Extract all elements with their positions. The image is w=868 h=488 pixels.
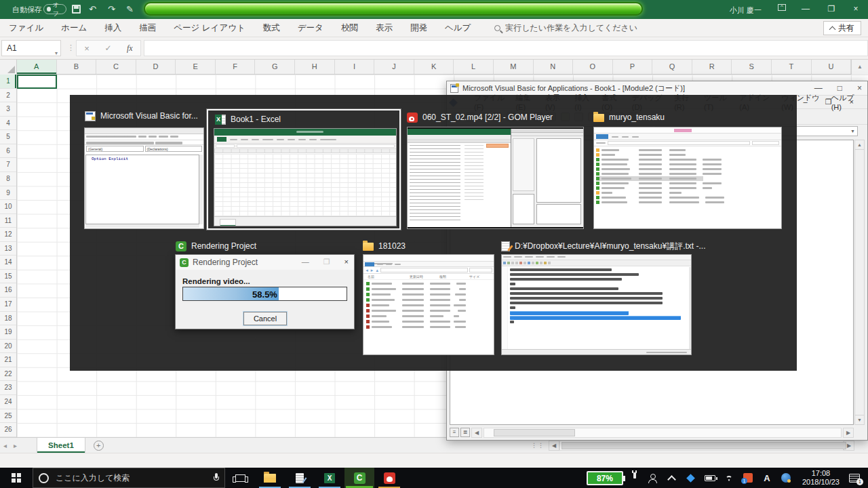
vba-maximize-button[interactable]: □	[837, 83, 842, 93]
excel-horizontal-scrollbar[interactable]: ⋮⋮ ◀ ▶	[531, 440, 854, 451]
taskbar-camtasia-active[interactable]: C	[344, 468, 374, 488]
ribbon-tab[interactable]: ページ レイアウト	[165, 19, 254, 37]
start-button[interactable]	[0, 468, 33, 488]
taskbar-search[interactable]: ここに入力して検索	[33, 468, 225, 488]
column-header[interactable]: C	[96, 60, 136, 74]
minimize-button[interactable]: —	[799, 4, 812, 14]
row-header[interactable]: 16	[0, 283, 16, 298]
thumbnail-181023[interactable]: ◄ ► ▲ 名前 更新日時 種類 サイズ	[363, 254, 494, 355]
select-all-corner[interactable]	[0, 60, 17, 75]
scroll-up-button[interactable]: ▲	[851, 60, 868, 75]
row-header[interactable]: 3	[0, 102, 16, 117]
touch-mode-icon[interactable]: ✎	[126, 4, 134, 14]
account-name[interactable]: 小川 慶一	[730, 5, 762, 16]
row-header[interactable]: 23	[0, 381, 16, 395]
row-header[interactable]: 8	[0, 172, 16, 186]
column-header[interactable]: J	[374, 60, 414, 74]
row-header[interactable]: 18	[0, 312, 16, 326]
row-header[interactable]: 22	[0, 367, 16, 382]
taskbar-notepad[interactable]	[285, 468, 315, 488]
procedure-view-icon[interactable]: ≡	[450, 428, 459, 437]
undo-icon[interactable]: ↶	[89, 4, 96, 14]
name-box[interactable]: A1▾	[1, 40, 61, 56]
column-header[interactable]: E	[176, 60, 216, 74]
tray-globe-button[interactable]	[776, 473, 795, 483]
row-header[interactable]: 6	[0, 144, 16, 159]
row-header[interactable]: 4	[0, 117, 16, 131]
taskbar-excel[interactable]: X	[315, 468, 344, 488]
dialog-minimize-icon[interactable]: —	[302, 258, 309, 266]
taskbar-gom-player[interactable]	[374, 468, 404, 488]
column-header[interactable]: G	[255, 60, 295, 74]
ribbon-tab[interactable]: ホーム	[52, 19, 96, 37]
sheet-nav-left-icon[interactable]: ◂	[0, 442, 10, 449]
row-header[interactable]: 5	[0, 130, 16, 144]
action-center-button[interactable]: 1	[849, 474, 860, 483]
row-header[interactable]: 24	[0, 395, 16, 409]
autosave-toggle[interactable]: オフ	[43, 4, 66, 14]
sheet-nav-right-icon[interactable]: ▸	[10, 442, 20, 449]
column-header[interactable]: L	[454, 60, 494, 74]
scroll-right-icon[interactable]: ▶	[843, 428, 854, 438]
show-hidden-icons-button[interactable]	[663, 474, 682, 483]
column-header[interactable]: S	[732, 60, 772, 74]
row-header[interactable]: 1	[0, 75, 16, 89]
row-header[interactable]: 15	[0, 270, 16, 284]
column-header[interactable]: N	[534, 60, 574, 74]
task-view-button[interactable]	[225, 468, 255, 488]
column-header[interactable]: K	[414, 60, 454, 74]
column-header[interactable]: Q	[652, 60, 692, 74]
vba-minimize-button[interactable]: —	[814, 83, 823, 93]
thumbnail-vba[interactable]: (General) (Declarations) Option Explicit	[84, 127, 204, 229]
formula-input[interactable]	[144, 40, 868, 56]
row-header[interactable]: 9	[0, 186, 16, 201]
column-header[interactable]: I	[335, 60, 375, 74]
column-header[interactable]: O	[573, 60, 613, 74]
column-header[interactable]: H	[295, 60, 335, 74]
scrollbar-thumb[interactable]	[494, 429, 575, 436]
ribbon-tab[interactable]: 表示	[367, 19, 401, 37]
row-header[interactable]: 11	[0, 214, 16, 228]
thumbnail-gom[interactable]	[407, 127, 584, 229]
row-header[interactable]: 19	[0, 325, 16, 340]
mdi-restore-icon[interactable]: ❐	[821, 98, 837, 106]
save-icon[interactable]	[72, 5, 81, 14]
thumbnail-excel-selected[interactable]: X Book1 - Excel	[207, 109, 401, 230]
row-header[interactable]: 21	[0, 353, 16, 367]
cancel-entry-icon[interactable]: ×	[84, 43, 90, 54]
rendering-dialog[interactable]: C Rendering Project — ❐ × Rendering vide…	[175, 254, 355, 329]
namebox-dropdown-icon[interactable]: ▾	[55, 46, 58, 61]
add-sheet-button[interactable]: +	[94, 441, 104, 451]
dialog-close-icon[interactable]: ×	[344, 258, 349, 266]
column-header[interactable]: F	[216, 60, 256, 74]
share-button[interactable]: 共有	[823, 21, 861, 35]
column-header[interactable]: M	[494, 60, 534, 74]
confirm-entry-icon[interactable]: ✓	[104, 43, 111, 53]
sheet-tab[interactable]: Sheet1	[37, 438, 85, 453]
ribbon-tab[interactable]: 開発	[401, 19, 436, 37]
tell-me-search[interactable]: 実行したい作業を入力してください	[494, 22, 637, 34]
column-header[interactable]: R	[692, 60, 732, 74]
ribbon-tab[interactable]: 数式	[254, 19, 289, 37]
redo-icon[interactable]: ↷	[108, 4, 115, 14]
taskbar-file-explorer[interactable]	[255, 468, 285, 488]
people-button[interactable]	[644, 474, 663, 483]
row-header[interactable]: 10	[0, 200, 16, 214]
column-header[interactable]: P	[613, 60, 653, 74]
scroll-left-icon[interactable]: ◀	[549, 441, 559, 451]
ribbon-tab[interactable]: 校閲	[332, 19, 367, 37]
scrollbar-splitter[interactable]: ⋮⋮	[531, 442, 545, 449]
row-header[interactable]: 14	[0, 256, 16, 270]
scroll-left-icon[interactable]: ◀	[471, 428, 482, 438]
ribbon-tab[interactable]: ファイル	[0, 19, 52, 37]
column-header[interactable]: U	[812, 60, 852, 74]
mdi-minimize-icon[interactable]: –	[799, 98, 812, 106]
ime-mode-button[interactable]: A	[757, 473, 776, 483]
ribbon-tab[interactable]: ヘルプ	[436, 19, 479, 37]
scroll-down-icon[interactable]: ▼	[855, 415, 864, 424]
active-cell-a1[interactable]	[17, 75, 57, 89]
tray-app-button[interactable]	[682, 475, 701, 481]
scrollbar-thumb[interactable]	[561, 442, 846, 449]
ribbon-tab[interactable]: データ	[289, 19, 332, 37]
thumbnail-kouhyou-txt[interactable]	[501, 254, 692, 355]
